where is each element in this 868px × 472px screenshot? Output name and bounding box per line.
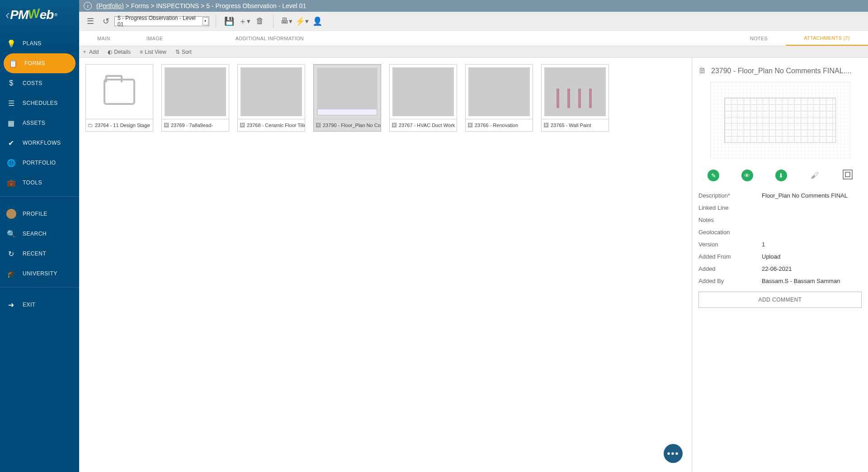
attachment-gallery: 🗀23764 - 11 Design Stage 🖼23769 - 7a8a9e… [79, 58, 692, 472]
breadcrumb-inspections[interactable]: INSPECTIONS [156, 2, 199, 9]
toolbar: ☰ ↺ 5 - Progress Observation - Level 01 … [79, 12, 868, 31]
added-from-value: Upload [762, 253, 862, 260]
image-icon: 🖼 [543, 122, 549, 128]
globe-icon: 🌐 [6, 159, 16, 167]
save-button[interactable]: 💾 [222, 14, 236, 28]
exit-icon: ➜ [6, 301, 16, 309]
attachment-label: 23764 - 11 Design Stage [95, 123, 150, 128]
tab-additional-information[interactable]: ADDITIONAL INFORMATION [181, 31, 358, 46]
added-label: Added [698, 265, 762, 272]
details-toggle[interactable]: ◐Details [108, 49, 131, 55]
sidebar-item-assets[interactable]: ▦ASSETS [0, 113, 79, 133]
linked-line-label: Linked Line [698, 204, 762, 211]
search-icon: 🔍 [6, 230, 16, 238]
thumbnail-image [316, 67, 378, 116]
attachment-card[interactable]: 🖼23765 - Wall Paint [541, 64, 609, 132]
add-button[interactable]: ＋▾ [238, 14, 251, 28]
print-button[interactable]: 🖶▾ [280, 14, 293, 28]
attachment-label: 23765 - Wall Paint [551, 123, 591, 128]
list-toggle-button[interactable]: ☰ [84, 14, 97, 28]
attachment-card[interactable]: 🖼23768 - Ceramic Floor Tiling [237, 64, 305, 132]
added-by-label: Added By [698, 278, 762, 284]
sidebar-item-profile[interactable]: PROFILE [0, 204, 79, 224]
attachment-preview[interactable] [710, 82, 850, 159]
thumbnail-image [392, 67, 454, 116]
breadcrumb-portfolio[interactable]: (Portfolio) [96, 2, 124, 9]
tab-notes[interactable]: NOTES [732, 31, 786, 46]
download-button[interactable]: ⬇ [775, 170, 787, 181]
folder-small-icon: 🗀 [88, 122, 93, 128]
description-label: Description* [698, 192, 762, 199]
dollar-icon: $ [6, 79, 16, 87]
pdf-icon: 🗎 [698, 66, 707, 76]
clipboard-icon: 📋 [8, 59, 18, 68]
attachment-label: 23790 - Floor_Plan No Com... [323, 123, 381, 128]
bars-icon: ☰ [6, 99, 16, 108]
fab-button[interactable]: ••• [664, 444, 683, 463]
check-icon: ✔ [6, 139, 16, 147]
delete-button[interactable]: 🗑 [253, 14, 267, 28]
sidebar-item-schedules[interactable]: ☰SCHEDULES [0, 93, 79, 113]
sidebar-item-forms[interactable]: 📋FORMS [4, 53, 75, 73]
sidebar-item-portfolio[interactable]: 🌐PORTFOLIO [0, 153, 79, 173]
action-button[interactable]: ⚡▾ [295, 14, 309, 28]
breadcrumb: i (Portfolio) > Forms > INSPECTIONS > 5 … [79, 0, 868, 12]
attachment-label: 23768 - Ceramic Floor Tiling [247, 123, 305, 128]
attachments-toolbar: ＋Add ◐Details ≡List View ⇅Sort [79, 46, 868, 58]
brush-button[interactable]: 🖌 [809, 170, 821, 181]
attachment-label: 23769 - 7a8a9ead- [171, 123, 213, 128]
sidebar-item-workflows[interactable]: ✔WORKFLOWS [0, 133, 79, 153]
linked-line-value [762, 204, 862, 211]
sidebar-item-university[interactable]: 🎓UNIVERSITY [0, 264, 79, 283]
add-comment-button[interactable]: ADD COMMENT [698, 292, 862, 308]
sort-icon: ⇅ [175, 49, 180, 55]
info-icon[interactable]: i [84, 2, 92, 10]
user-button[interactable]: 👤 [311, 14, 324, 28]
sidebar-item-plans[interactable]: 💡PLANS [0, 33, 79, 53]
list-icon: ≡ [140, 49, 143, 55]
record-selector-dropdown[interactable]: 5 - Progress Observation - Level 01 ▾ [114, 16, 209, 26]
history-icon: ↻ [6, 250, 16, 258]
image-icon: 🖼 [240, 122, 245, 128]
history-button[interactable]: ↺ [99, 14, 113, 28]
breadcrumb-item: 5 - Progress Observation - Level 01 [206, 2, 306, 9]
view-button[interactable]: 👁 [741, 170, 753, 181]
chevron-down-icon: ▾ [203, 17, 208, 25]
sort-button[interactable]: ⇅Sort [175, 49, 192, 55]
description-value: Floor_Plan No Comments FINAL [762, 192, 862, 199]
attachment-card[interactable]: 🖼23767 - HVAC Duct Work [389, 64, 457, 132]
briefcase-icon: 💼 [6, 179, 16, 187]
added-from-label: Added From [698, 253, 762, 260]
version-label: Version [698, 241, 762, 248]
lightbulb-icon: 💡 [6, 39, 16, 48]
attachment-card[interactable]: ✓ 🖼23790 - Floor_Plan No Com... [313, 64, 381, 132]
app-logo: ‹PMWeb® [0, 0, 79, 30]
sidebar: ‹PMWeb® 💡PLANS 📋FORMS $COSTS ☰SCHEDULES … [0, 0, 79, 472]
attachment-card[interactable]: 🖼23769 - 7a8a9ead- [161, 64, 229, 132]
tab-main[interactable]: MAIN [79, 31, 128, 46]
image-icon: 🖼 [467, 122, 473, 128]
thumbnail-image [241, 67, 302, 116]
crop-button[interactable] [843, 170, 853, 179]
list-view-button[interactable]: ≡List View [140, 49, 166, 55]
calculator-icon: ▦ [6, 119, 16, 127]
attachment-card[interactable]: 🖼23766 - Renovation [465, 64, 533, 132]
image-icon: 🖼 [392, 122, 397, 128]
sidebar-item-costs[interactable]: $COSTS [0, 73, 79, 93]
thumbnail-image [165, 67, 226, 116]
sidebar-item-recent[interactable]: ↻RECENT [0, 244, 79, 264]
add-attachment-button[interactable]: ＋Add [82, 48, 99, 56]
sidebar-item-search[interactable]: 🔍SEARCH [0, 224, 79, 244]
attachment-label: 23766 - Renovation [475, 123, 518, 128]
breadcrumb-forms[interactable]: Forms [131, 2, 149, 9]
avatar-icon [6, 209, 16, 219]
tab-attachments[interactable]: ATTACHMENTS (7) [786, 31, 868, 46]
attachment-card[interactable]: 🗀23764 - 11 Design Stage [85, 64, 153, 132]
tab-image[interactable]: IMAGE [128, 31, 181, 46]
graduation-icon: 🎓 [6, 269, 16, 278]
edit-button[interactable]: ✎ [708, 170, 719, 181]
thumbnail-image [468, 67, 530, 116]
sidebar-item-tools[interactable]: 💼TOOLS [0, 173, 79, 193]
notes-label: Notes [698, 217, 762, 223]
sidebar-item-exit[interactable]: ➜EXIT [0, 295, 79, 315]
